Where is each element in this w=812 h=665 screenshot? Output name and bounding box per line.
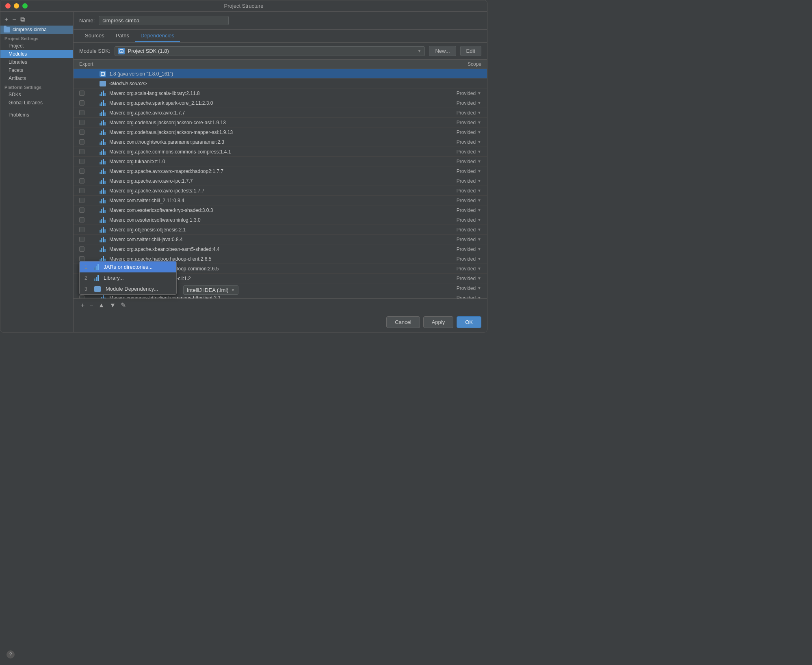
cancel-button[interactable]: Cancel xyxy=(386,316,420,328)
dep-scope[interactable]: Provided▼ xyxy=(433,246,481,252)
dep-scope[interactable]: Provided▼ xyxy=(433,159,481,164)
table-row[interactable]: Maven: org.tukaani:xz:1.0 Provided▼ xyxy=(74,157,487,166)
sidebar-item-libraries[interactable]: Libraries xyxy=(0,58,73,66)
export-checkbox[interactable] xyxy=(79,237,100,242)
export-checkbox[interactable] xyxy=(79,159,100,164)
dep-scope[interactable]: Provided▼ xyxy=(433,110,481,116)
window-controls xyxy=(5,3,28,9)
close-button[interactable] xyxy=(5,3,11,9)
export-checkbox[interactable] xyxy=(79,217,100,222)
table-row[interactable]: Maven: org.apache.avro:avro-ipc:1.7.7 Pr… xyxy=(74,176,487,186)
footer: Cancel Apply OK xyxy=(74,312,487,332)
sidebar-item-artifacts[interactable]: Artifacts xyxy=(0,74,73,82)
table-row[interactable]: Maven: com.esotericsoftware:minlog:1.3.0… xyxy=(74,215,487,225)
dropdown-item-module-dep[interactable]: 3 Module Dependency... xyxy=(80,283,176,294)
sidebar-module-item[interactable]: cimpress-cimba xyxy=(0,26,73,34)
dep-scope[interactable]: Provided▼ xyxy=(433,276,481,281)
export-checkbox[interactable] xyxy=(79,207,100,213)
table-row[interactable]: Maven: com.twitter:chill_2.11:0.8.4 Prov… xyxy=(74,196,487,205)
export-checkbox[interactable] xyxy=(79,246,100,252)
edit-dependency-button[interactable]: ✎ xyxy=(119,301,128,309)
dep-scope[interactable]: Provided▼ xyxy=(433,188,481,194)
tab-paths[interactable]: Paths xyxy=(110,30,135,42)
export-checkbox[interactable] xyxy=(79,120,100,125)
dep-scope[interactable]: Provided▼ xyxy=(433,207,481,213)
sidebar-item-modules[interactable]: Modules xyxy=(0,50,73,58)
export-checkbox[interactable] xyxy=(79,295,100,298)
table-row[interactable]: Maven: org.apache.avro:avro-ipc:tests:1.… xyxy=(74,186,487,196)
table-row[interactable]: Maven: org.objenesis:objenesis:2.1 Provi… xyxy=(74,225,487,235)
table-row[interactable]: Maven: com.twitter:chill-java:0.8.4 Prov… xyxy=(74,235,487,244)
remove-dependency-button[interactable]: − xyxy=(88,301,95,309)
bottom-toolbar-area: 1 JARs or directories... 2 Library... 3 … xyxy=(74,298,487,312)
export-checkbox[interactable] xyxy=(79,168,100,174)
sidebar-item-sdks[interactable]: SDKs xyxy=(0,91,73,99)
dep-scope[interactable]: Provided▼ xyxy=(433,139,481,145)
tab-sources[interactable]: Sources xyxy=(79,30,110,42)
table-row[interactable]: <Module source> xyxy=(74,79,487,89)
export-checkbox[interactable] xyxy=(79,100,100,106)
dep-scope[interactable]: Provided▼ xyxy=(433,100,481,106)
table-row[interactable]: Maven: org.apache.spark:spark-core_2.11:… xyxy=(74,98,487,108)
sidebar-item-problems[interactable]: Problems xyxy=(0,111,73,119)
dep-name: Maven: commons-httpclient:commons-httpcl… xyxy=(109,295,433,299)
sidebar-item-global-libraries[interactable]: Global Libraries xyxy=(0,99,73,107)
sidebar-copy-button[interactable]: ⧉ xyxy=(19,16,26,23)
dep-scope[interactable]: Provided▼ xyxy=(433,168,481,174)
library-icon xyxy=(94,275,99,281)
table-row[interactable]: Maven: org.apache.xbean:xbean-asm5-shade… xyxy=(74,244,487,254)
dep-scope[interactable]: Provided▼ xyxy=(433,149,481,155)
apply-button[interactable]: Apply xyxy=(423,316,454,328)
dep-scope[interactable]: Provided▼ xyxy=(433,198,481,203)
sidebar-item-facets[interactable]: Facets xyxy=(0,66,73,74)
dep-scope[interactable]: Provided▼ xyxy=(433,227,481,233)
export-checkbox[interactable] xyxy=(79,139,100,145)
ok-button[interactable]: OK xyxy=(457,316,481,328)
dep-scope[interactable]: Provided▼ xyxy=(433,217,481,223)
export-checkbox[interactable] xyxy=(79,227,100,232)
table-row[interactable]: Maven: org.apache.avro:avro:1.7.7 Provid… xyxy=(74,108,487,118)
move-up-button[interactable]: ▲ xyxy=(97,301,106,309)
content-area: Name: Sources Paths Dependencies Module … xyxy=(74,12,487,332)
dropdown-item-library[interactable]: 2 Library... xyxy=(80,272,176,283)
export-checkbox[interactable] xyxy=(79,188,100,193)
dep-scope[interactable]: Provided▼ xyxy=(433,266,481,272)
dep-scope[interactable]: Provided▼ xyxy=(433,237,481,242)
dropdown-item-jars[interactable]: 1 JARs or directories... xyxy=(80,261,176,272)
tab-dependencies[interactable]: Dependencies xyxy=(135,30,180,42)
sdk-edit-button[interactable]: Edit xyxy=(460,46,481,56)
dep-scope[interactable]: Provided▼ xyxy=(433,130,481,135)
export-checkbox[interactable] xyxy=(79,110,100,115)
table-row[interactable]: Maven: org.codehaus.jackson:jackson-mapp… xyxy=(74,127,487,137)
move-down-button[interactable]: ▼ xyxy=(108,301,118,309)
sdk-new-button[interactable]: New... xyxy=(429,46,456,56)
dep-scope[interactable]: Provided▼ xyxy=(433,256,481,262)
export-checkbox[interactable] xyxy=(79,178,100,184)
dep-scope[interactable]: Provided▼ xyxy=(433,295,481,299)
add-dependency-button[interactable]: + xyxy=(79,301,86,309)
maven-icon xyxy=(100,159,108,164)
minimize-button[interactable] xyxy=(14,3,19,9)
sidebar-item-project[interactable]: Project xyxy=(0,42,73,50)
table-row[interactable]: Maven: com.esotericsoftware:kryo-shaded:… xyxy=(74,205,487,215)
table-row[interactable]: Maven: org.scala-lang:scala-library:2.11… xyxy=(74,89,487,98)
export-checkbox[interactable] xyxy=(79,130,100,135)
sidebar-remove-button[interactable]: − xyxy=(11,16,17,23)
table-row[interactable]: 1.8 (java version "1.8.0_161") xyxy=(74,69,487,79)
maximize-button[interactable] xyxy=(22,3,28,9)
dep-scope[interactable]: Provided▼ xyxy=(433,285,481,291)
dep-scope[interactable]: Provided▼ xyxy=(433,91,481,96)
table-row[interactable]: Maven: org.codehaus.jackson:jackson-core… xyxy=(74,118,487,127)
dep-scope[interactable]: Provided▼ xyxy=(433,178,481,184)
iml-format-selector[interactable]: IntelliJ IDEA (.iml) ▼ xyxy=(183,285,238,295)
table-row[interactable]: Maven: com.thoughtworks.paranamer:parana… xyxy=(74,137,487,147)
export-checkbox[interactable] xyxy=(79,198,100,203)
export-checkbox[interactable] xyxy=(79,91,100,96)
name-input[interactable] xyxy=(99,16,229,25)
table-row[interactable]: Maven: org.apache.avro:avro-mapred:hadoo… xyxy=(74,166,487,176)
dep-scope[interactable]: Provided▼ xyxy=(433,120,481,125)
sidebar-add-button[interactable]: + xyxy=(4,16,9,23)
table-row[interactable]: Maven: org.apache.commons:commons-compre… xyxy=(74,147,487,157)
sdk-selector[interactable]: Project SDK (1.8) ▼ xyxy=(115,46,425,56)
export-checkbox[interactable] xyxy=(79,149,100,154)
